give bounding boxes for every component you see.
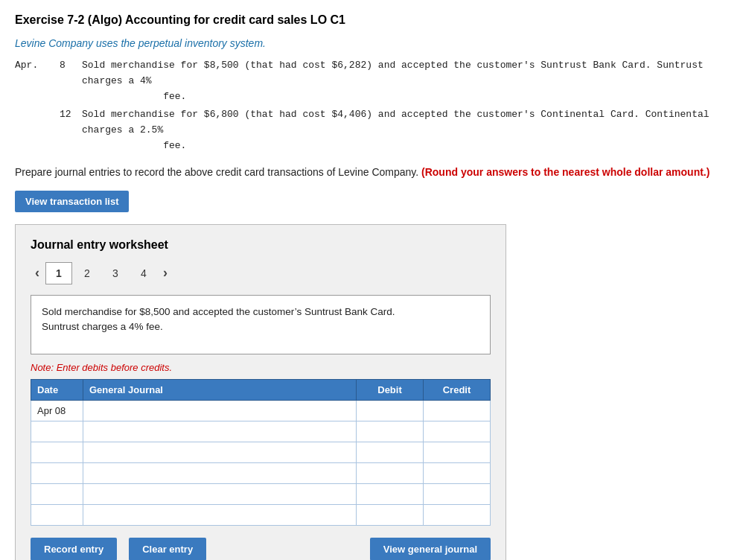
col-header-credit: Credit	[424, 379, 491, 400]
general-journal-cell-4[interactable]	[83, 462, 357, 483]
button-row: Record entry Clear entry View general jo…	[31, 538, 491, 560]
general-journal-input-5[interactable]	[83, 484, 356, 503]
view-general-journal-button[interactable]: View general journal	[370, 538, 491, 560]
view-transaction-button[interactable]: View transaction list	[15, 191, 129, 212]
tab-prev-arrow[interactable]: ‹	[31, 264, 44, 282]
tab-2[interactable]: 2	[74, 262, 101, 284]
credit-input-5[interactable]	[424, 484, 490, 503]
tab-4[interactable]: 4	[130, 262, 157, 284]
table-row	[31, 462, 491, 483]
date-cell-5	[31, 483, 83, 504]
debit-cell-1[interactable]	[357, 400, 424, 421]
page-title: Exercise 7-2 (Algo) Accounting for credi…	[15, 13, 728, 27]
tab-next-arrow[interactable]: ›	[159, 264, 172, 282]
credit-input-2[interactable]	[424, 421, 490, 441]
credit-input-1[interactable]	[424, 401, 490, 420]
date-cell-4	[31, 462, 83, 483]
debit-input-2[interactable]	[357, 421, 423, 441]
debit-cell-3[interactable]	[357, 442, 424, 462]
worksheet-container: Journal entry worksheet ‹ 1 2 3 4 › Sold…	[15, 224, 506, 560]
debit-input-1[interactable]	[357, 401, 423, 420]
debit-input-6[interactable]	[357, 505, 423, 524]
date-cell-2	[31, 421, 83, 442]
note-text: Note: Enter debits before credits.	[31, 362, 491, 373]
table-row	[31, 421, 491, 442]
credit-cell-5[interactable]	[424, 483, 491, 504]
tab-navigation: ‹ 1 2 3 4 ›	[31, 262, 491, 284]
problem-block: Apr. 8 Sold merchandise for $8,500 (that…	[15, 58, 728, 154]
debit-cell-4[interactable]	[357, 462, 424, 483]
debit-cell-2[interactable]	[357, 421, 424, 442]
debit-input-5[interactable]	[357, 484, 423, 503]
table-row	[31, 483, 491, 504]
debit-input-4[interactable]	[357, 463, 423, 483]
tab-3[interactable]: 3	[102, 262, 129, 284]
general-journal-cell-6[interactable]	[83, 504, 357, 525]
general-journal-cell-2[interactable]	[83, 421, 357, 442]
table-row	[31, 504, 491, 525]
credit-input-3[interactable]	[424, 442, 490, 462]
general-journal-cell-5[interactable]	[83, 483, 357, 504]
worksheet-title: Journal entry worksheet	[31, 238, 491, 252]
debit-input-3[interactable]	[357, 442, 423, 462]
general-journal-input-3[interactable]	[83, 442, 356, 462]
col-header-general: General Journal	[83, 379, 357, 400]
date-cell-3	[31, 442, 83, 462]
description-box: Sold merchandise for $8,500 and accepted…	[31, 295, 491, 354]
credit-cell-4[interactable]	[424, 462, 491, 483]
date-cell-1: Apr 08	[31, 400, 83, 421]
col-header-date: Date	[31, 379, 83, 400]
tab-1[interactable]: 1	[45, 262, 72, 284]
general-journal-input-4[interactable]	[83, 463, 356, 483]
general-journal-cell-3[interactable]	[83, 442, 357, 462]
instruction-text: Prepare journal entries to record the ab…	[15, 165, 728, 180]
journal-table: Date General Journal Debit Credit Apr 08	[31, 379, 491, 526]
debit-cell-5[interactable]	[357, 483, 424, 504]
clear-entry-button[interactable]: Clear entry	[129, 538, 206, 560]
general-journal-input-2[interactable]	[83, 421, 356, 441]
credit-input-6[interactable]	[424, 505, 490, 524]
general-journal-input-6[interactable]	[83, 505, 356, 524]
col-header-debit: Debit	[357, 379, 424, 400]
credit-cell-2[interactable]	[424, 421, 491, 442]
general-journal-cell-1[interactable]	[83, 400, 357, 421]
credit-cell-6[interactable]	[424, 504, 491, 525]
credit-cell-1[interactable]	[424, 400, 491, 421]
credit-cell-3[interactable]	[424, 442, 491, 462]
table-row	[31, 442, 491, 462]
record-entry-button[interactable]: Record entry	[31, 538, 117, 560]
table-row: Apr 08	[31, 400, 491, 421]
credit-input-4[interactable]	[424, 463, 490, 483]
general-journal-input-1[interactable]	[83, 401, 356, 420]
debit-cell-6[interactable]	[357, 504, 424, 525]
intro-text: Levine Company uses the perpetual invent…	[15, 37, 728, 49]
date-cell-6	[31, 504, 83, 525]
